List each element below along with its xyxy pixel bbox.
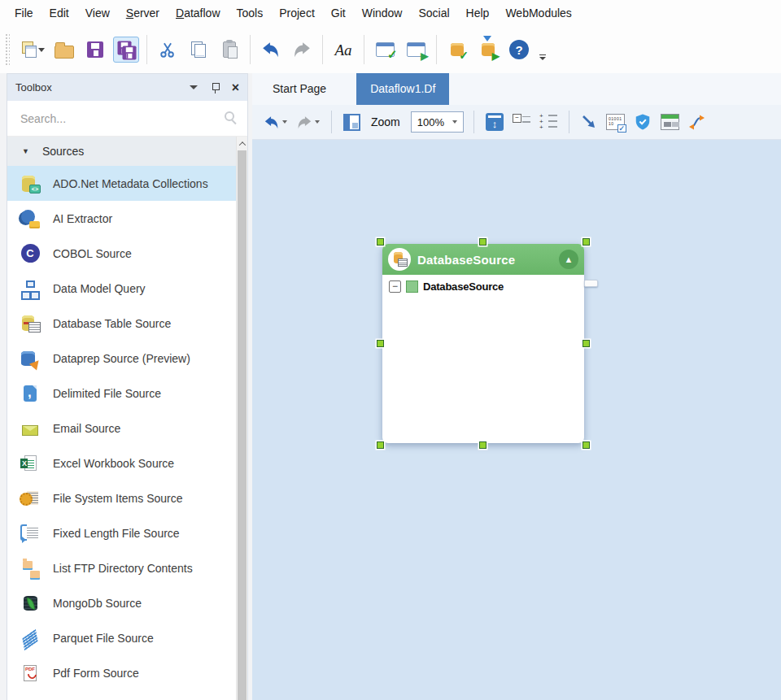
new-button[interactable]	[20, 37, 46, 63]
menu-project[interactable]: Project	[271, 0, 323, 26]
toolbar-grip[interactable]	[5, 33, 10, 66]
menu-edit[interactable]: Edit	[41, 0, 77, 26]
font-button[interactable]: Aa	[330, 37, 356, 63]
menu-social[interactable]: Social	[410, 0, 457, 26]
toolbox-item-delimited-file-source[interactable]: Delimited File Source	[7, 376, 247, 411]
tab-start-page[interactable]: Start Page	[259, 73, 340, 105]
category-sources[interactable]: ▼ Sources	[7, 137, 247, 166]
toolbox-item-ai-extractor[interactable]: AI Extractor	[7, 201, 247, 236]
toolbox-item-fixed-length-file-source[interactable]: Fixed Length File Source	[7, 515, 247, 550]
zoom-select[interactable]: 100%	[411, 111, 464, 133]
toolbar-separator	[364, 35, 364, 64]
output-port[interactable]	[584, 280, 598, 287]
toolbox-item-file-system-items-source[interactable]: File System Items Source	[7, 480, 247, 515]
menu-webmodules[interactable]: WebModules	[497, 0, 579, 26]
cut-button[interactable]	[155, 37, 181, 63]
layout-button[interactable]	[342, 110, 362, 134]
menu-git[interactable]: Git	[323, 0, 354, 26]
node-header[interactable]: DatabaseSource ▲	[382, 244, 584, 275]
link-pointer-button[interactable]	[579, 110, 599, 134]
menu-view[interactable]: View	[77, 0, 118, 26]
expand-all-button[interactable]	[538, 110, 559, 134]
left-gutter	[0, 73, 7, 700]
toolbox-item-label: Dataprep Source (Preview)	[53, 352, 190, 365]
curved-links-icon	[688, 114, 706, 130]
binary-text: 10	[609, 121, 614, 126]
resize-handle-sw[interactable]	[377, 441, 384, 449]
toolbar-overflow-button[interactable]	[539, 54, 546, 60]
toolbox-title: Toolbox	[15, 81, 183, 93]
redo-button[interactable]	[295, 110, 321, 134]
toolbox-item-database-table-source[interactable]: Database Table Source	[7, 306, 247, 341]
toolbox-item-dataprep-source[interactable]: Dataprep Source (Preview)	[7, 341, 247, 376]
dataflow-canvas[interactable]: DatabaseSource ▲ − DatabaseSource	[252, 140, 781, 700]
undo-button[interactable]	[262, 110, 289, 134]
toolbox-item-cobol-source[interactable]: C COBOL Source	[7, 236, 247, 271]
data-browser-button[interactable]	[659, 110, 681, 134]
reroute-links-button[interactable]	[687, 110, 708, 134]
scrollbar-thumb[interactable]	[238, 150, 247, 700]
toolbox-item-parquet-file-source[interactable]: Parquet File Source	[7, 620, 247, 655]
scissors-icon	[159, 41, 177, 59]
open-button[interactable]	[51, 37, 77, 63]
toolbox-item-pdf-form-source[interactable]: Pdf Form Source	[7, 655, 247, 690]
pin-icon[interactable]	[211, 82, 220, 93]
resize-handle-s[interactable]	[479, 441, 486, 449]
font-icon: Aa	[334, 42, 351, 58]
expand-node-icon: ↕	[486, 113, 504, 131]
resize-handle-e[interactable]	[582, 340, 590, 347]
menu-dataflow[interactable]: Dataflow	[168, 0, 228, 26]
verify-button[interactable]: ✓	[372, 37, 398, 63]
toolbox-scrollbar[interactable]	[236, 137, 247, 700]
node-collapse-button[interactable]: ▲	[559, 250, 578, 269]
menu-file[interactable]: File	[7, 0, 41, 26]
database-verify-button[interactable]: ✓	[444, 37, 470, 63]
menu-window[interactable]: Window	[354, 0, 411, 26]
toolbox-item-label: Fixed Length File Source	[53, 527, 180, 540]
updown-arrow-icon: ↕	[492, 119, 498, 129]
window-position-icon[interactable]	[190, 85, 198, 89]
menu-tools[interactable]: Tools	[229, 0, 272, 26]
help-button[interactable]: ?	[506, 37, 532, 63]
menu-help[interactable]: Help	[458, 0, 498, 26]
paste-button[interactable]	[216, 37, 242, 63]
toolbox-item-ado-net-metadata-collections[interactable]: ADO.Net Metadata Collections	[7, 166, 247, 201]
data-browser-icon	[661, 114, 679, 130]
tiles-icon	[22, 628, 37, 650]
resize-handle-n[interactable]	[479, 238, 486, 246]
tab-dataflow1[interactable]: Dataflow1.Df	[356, 73, 449, 105]
expand-node-button[interactable]: ↕	[484, 110, 505, 134]
copy-button[interactable]	[185, 37, 212, 63]
toolbox-item-data-model-query[interactable]: Data Model Query	[7, 271, 247, 306]
tree-collapse-box[interactable]: −	[389, 280, 401, 293]
check-icon: ✓	[617, 124, 626, 133]
menu-server[interactable]: Server	[118, 0, 168, 26]
toolbar-separator	[331, 111, 332, 133]
toolbox-item-list-ftp-directory-contents[interactable]: List FTP Directory Contents	[7, 550, 247, 585]
verify-dataflow-button[interactable]	[632, 110, 653, 134]
check-icon: ✓	[459, 49, 469, 62]
search-input[interactable]	[19, 111, 198, 126]
floppy-front-icon	[123, 46, 137, 60]
start-dataflow-button[interactable]: ▶	[403, 37, 429, 63]
undo-button[interactable]	[258, 37, 284, 63]
resize-handle-w[interactable]	[377, 340, 384, 347]
node-tree-row[interactable]: − DatabaseSource	[382, 275, 584, 293]
resize-handle-se[interactable]	[582, 441, 590, 449]
toolbox-item-mongodb-source[interactable]: MongoDb Source	[7, 585, 247, 620]
save-all-button[interactable]	[113, 37, 139, 63]
collapse-all-button[interactable]	[511, 110, 532, 134]
redo-button[interactable]	[289, 37, 315, 63]
resize-handle-ne[interactable]	[582, 238, 590, 246]
database-source-node[interactable]: DatabaseSource ▲ − DatabaseSource	[382, 244, 584, 443]
scroll-up-button[interactable]	[237, 137, 247, 150]
toolbox-item-excel-workbook-source[interactable]: Excel Workbook Source	[7, 446, 247, 480]
close-icon[interactable]: ×	[232, 81, 239, 94]
database-run-button[interactable]: ▶	[475, 37, 501, 63]
save-button[interactable]	[82, 37, 108, 63]
toolbox-item-label: COBOL Source	[53, 247, 132, 260]
record-preview-button[interactable]: 0100110✓	[604, 110, 626, 134]
down-arrow-icon	[483, 36, 491, 41]
toolbox-item-email-source[interactable]: Email Source	[7, 411, 247, 446]
resize-handle-nw[interactable]	[377, 238, 384, 246]
